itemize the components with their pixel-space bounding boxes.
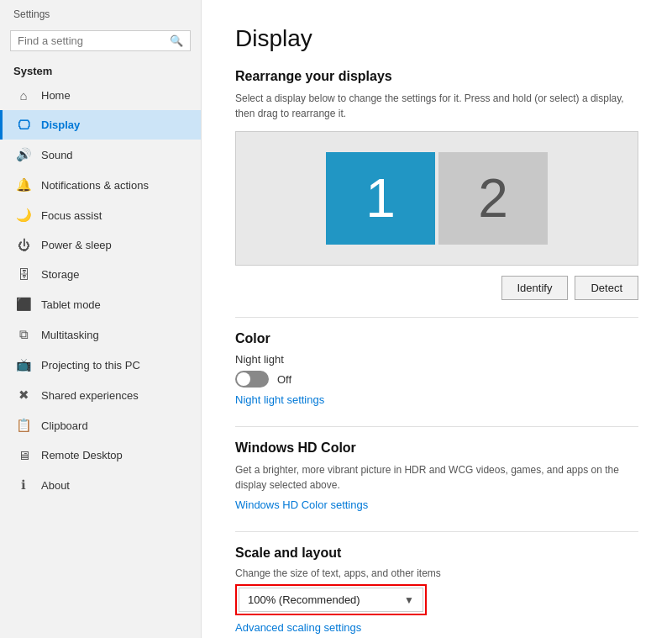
night-light-heading: Night light	[235, 353, 638, 366]
sidebar-item-label-focus: Focus assist	[41, 209, 102, 222]
sidebar-item-home[interactable]: ⌂ Home	[0, 81, 201, 110]
sidebar-item-sound[interactable]: 🔊 Sound	[0, 140, 201, 170]
sidebar-item-remote[interactable]: 🖥 Remote Desktop	[0, 440, 201, 470]
scale-desc: Change the size of text, apps, and other…	[235, 567, 638, 579]
sound-icon: 🔊	[16, 147, 31, 162]
sidebar-item-notifications[interactable]: 🔔 Notifications & actions	[0, 170, 201, 200]
sidebar-item-shared[interactable]: ✖ Shared experiences	[0, 380, 201, 410]
multitasking-icon: ⧉	[16, 327, 31, 342]
scale-value: 100% (Recommended)	[248, 593, 360, 606]
detect-button[interactable]: Detect	[575, 276, 638, 300]
hd-color-settings-link[interactable]: Windows HD Color settings	[235, 498, 368, 511]
page-title: Display	[235, 25, 638, 52]
chevron-down-icon: ▼	[404, 594, 414, 606]
monitor-1[interactable]: 1	[326, 152, 435, 245]
power-icon: ⏻	[16, 238, 31, 252]
sidebar-item-storage[interactable]: 🗄 Storage	[0, 260, 201, 289]
divider-3	[235, 531, 638, 532]
sidebar-item-label-projecting: Projecting to this PC	[41, 359, 140, 372]
sidebar-item-label-power: Power & sleep	[41, 239, 112, 251]
display-arrangement[interactable]: 1 2	[235, 131, 638, 266]
sidebar-item-label-notifications: Notifications & actions	[41, 179, 149, 192]
sidebar-item-power[interactable]: ⏻ Power & sleep	[0, 230, 201, 260]
search-box[interactable]: 🔍	[10, 30, 191, 51]
search-input[interactable]	[18, 34, 170, 47]
rearrange-title: Rearrange your displays	[235, 69, 638, 84]
sidebar: Settings 🔍 System ⌂ Home 🖵 Display 🔊 Sou…	[0, 0, 202, 638]
system-label: System	[0, 58, 201, 81]
app-title: Settings	[0, 0, 201, 24]
sidebar-item-label-display: Display	[41, 119, 80, 131]
sidebar-item-multitasking[interactable]: ⧉ Multitasking	[0, 319, 201, 350]
sidebar-item-label-remote: Remote Desktop	[41, 449, 123, 461]
clipboard-icon: 📋	[16, 418, 31, 433]
advanced-scaling-link[interactable]: Advanced scaling settings	[235, 621, 361, 634]
display-icon: 🖵	[16, 118, 31, 132]
scale-dropdown-wrapper: 100% (Recommended) ▼	[235, 584, 427, 615]
sidebar-item-about[interactable]: ℹ About	[0, 470, 201, 500]
home-icon: ⌂	[16, 88, 31, 103]
night-light-row: Off	[235, 371, 638, 388]
hd-color-title: Windows HD Color	[235, 440, 638, 456]
sidebar-item-clipboard[interactable]: 📋 Clipboard	[0, 410, 201, 440]
night-light-toggle[interactable]	[235, 371, 269, 388]
sidebar-item-label-shared: Shared experiences	[41, 389, 139, 402]
divider-1	[235, 317, 638, 318]
about-icon: ℹ	[16, 477, 31, 493]
search-icon: 🔍	[170, 34, 183, 47]
sidebar-item-label-multitasking: Multitasking	[41, 329, 99, 341]
rearrange-desc: Select a display below to change the set…	[235, 91, 638, 121]
sidebar-item-projecting[interactable]: 📺 Projecting to this PC	[0, 350, 201, 380]
sidebar-item-label-tablet: Tablet mode	[41, 298, 101, 311]
tablet-icon: ⬛	[16, 297, 31, 312]
sidebar-item-label-sound: Sound	[41, 149, 73, 161]
main-content: Display Rearrange your displays Select a…	[202, 0, 672, 638]
sidebar-item-display[interactable]: 🖵 Display	[0, 110, 201, 140]
sidebar-item-label-storage: Storage	[41, 268, 80, 281]
sidebar-item-label-about: About	[41, 479, 70, 492]
color-title: Color	[235, 331, 638, 346]
divider-2	[235, 426, 638, 427]
monitor-2-label: 2	[478, 167, 508, 229]
identify-button[interactable]: Identify	[501, 276, 569, 300]
focus-icon: 🌙	[16, 208, 31, 223]
toggle-knob	[237, 372, 250, 386]
sidebar-item-label-home: Home	[41, 89, 71, 102]
scale-title: Scale and layout	[235, 546, 638, 561]
projecting-icon: 📺	[16, 357, 31, 372]
sidebar-item-focus[interactable]: 🌙 Focus assist	[0, 200, 201, 230]
shared-icon: ✖	[16, 388, 31, 403]
hd-color-section: Windows HD Color Get a brighter, more vi…	[235, 440, 638, 514]
display-buttons: Identify Detect	[235, 276, 638, 300]
notifications-icon: 🔔	[16, 177, 31, 192]
scale-dropdown[interactable]: 100% (Recommended) ▼	[239, 588, 423, 612]
hd-color-desc: Get a brighter, more vibrant picture in …	[235, 462, 638, 493]
remote-icon: 🖥	[16, 448, 31, 462]
toggle-state: Off	[277, 373, 291, 386]
sidebar-item-label-clipboard: Clipboard	[41, 419, 88, 432]
color-section: Color Night light Off Night light settin…	[235, 331, 638, 409]
night-light-settings-link[interactable]: Night light settings	[235, 393, 324, 406]
sidebar-item-tablet[interactable]: ⬛ Tablet mode	[0, 289, 201, 319]
monitor-2[interactable]: 2	[438, 152, 548, 245]
monitor-1-label: 1	[365, 167, 396, 229]
scale-section: Scale and layout Change the size of text…	[235, 546, 638, 637]
storage-icon: 🗄	[16, 267, 31, 282]
